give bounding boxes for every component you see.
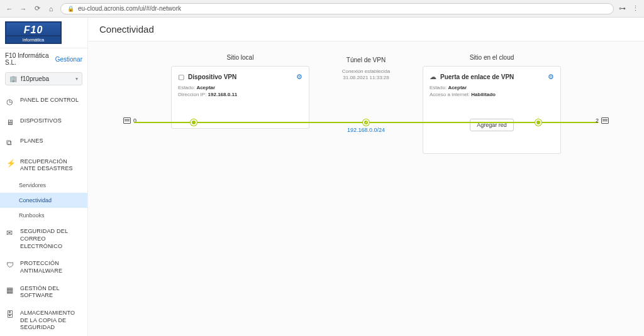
col-local: Sitio local ▢ Dispositivo VPN ⚙ Estado: … xyxy=(171,54,309,129)
vpn-device-ip: Dirección IP: 192.168.0.11 xyxy=(178,92,303,97)
manage-link[interactable]: Gestionar xyxy=(55,56,82,63)
col-local-title: Sitio local xyxy=(227,54,254,61)
nav-sub-conectividad[interactable]: Conectividad xyxy=(0,193,87,208)
nav-panel-control[interactable]: ◷ PANEL DE CONTROL xyxy=(0,92,87,112)
server-icon xyxy=(601,117,609,124)
browser-chrome: ← → ⟳ ⌂ 🔒 eu-cloud.acronis.com/ui/#/dr-n… xyxy=(0,0,644,18)
chevron-down-icon: ▾ xyxy=(75,76,78,82)
nav-sub-servidores[interactable]: Servidores xyxy=(0,178,87,193)
col-cloud-title: Sitio en el cloud xyxy=(470,54,514,61)
local-server-count[interactable]: 0 xyxy=(123,117,136,124)
page-header: Conectividad xyxy=(88,18,644,41)
gauge-icon: ◷ xyxy=(6,97,15,107)
shield-icon: 🛡 xyxy=(6,261,15,271)
tenant-selector[interactable]: 🏢 f10prueba ▾ xyxy=(5,72,82,85)
vpn-gateway-title: Puerta de enlace de VPN xyxy=(440,73,544,80)
nav-sub-runbooks[interactable]: Runbooks xyxy=(0,208,87,223)
add-network-wrap: Agregar red xyxy=(430,119,554,131)
device-icon: ▢ xyxy=(178,73,184,81)
sidebar: F10 informática F10 Informática S.L. Ges… xyxy=(0,18,88,336)
cloud-server-count[interactable]: 2 xyxy=(596,117,609,124)
lock-icon: 🔒 xyxy=(67,6,74,12)
browser-home[interactable]: ⌂ xyxy=(47,4,55,13)
vpn-gateway-inet: Acceso a internet: Habilitado xyxy=(430,92,554,97)
building-icon: 🏢 xyxy=(9,75,17,82)
vpn-device-settings[interactable]: ⚙ xyxy=(296,73,303,81)
org-name: F10 Informática S.L. xyxy=(5,52,55,66)
logo-text-bottom: informática xyxy=(5,36,62,44)
key-icon[interactable]: ⊶ xyxy=(619,4,626,13)
col-tunnel: Túnel de VPN Conexión establecida 31.08.… xyxy=(309,54,423,87)
add-network-button[interactable]: Agregar red xyxy=(470,119,514,131)
copy-icon: ⧉ xyxy=(6,138,15,148)
main: Conectividad Sitio local ▢ Dispositivo V… xyxy=(88,18,644,336)
main-nav: ◷ PANEL DE CONTROL 🖥 DISPOSITIVOS ⧉ PLAN… xyxy=(0,92,87,336)
network-view: Sitio local ▢ Dispositivo VPN ⚙ Estado: … xyxy=(99,54,633,154)
org-row: F10 Informática S.L. Gestionar xyxy=(0,48,87,70)
cloud-icon: ☁ xyxy=(430,73,436,81)
server-icon xyxy=(123,117,131,124)
browser-forward[interactable]: → xyxy=(19,4,28,13)
page-title: Conectividad xyxy=(99,24,633,35)
monitor-icon: 🖥 xyxy=(6,118,15,128)
content: Sitio local ▢ Dispositivo VPN ⚙ Estado: … xyxy=(88,41,644,336)
vpn-gateway-card[interactable]: ☁ Puerta de enlace de VPN ⚙ Estado: Acep… xyxy=(423,66,561,154)
vpn-device-state: Estado: Aceptar xyxy=(178,85,303,90)
nav-planes[interactable]: ⧉ PLANES xyxy=(0,133,87,153)
vpn-device-card[interactable]: ▢ Dispositivo VPN ⚙ Estado: Aceptar Dire… xyxy=(171,66,309,129)
storage-icon: 🗄 xyxy=(6,310,15,320)
nav-dispositivos[interactable]: 🖥 DISPOSITIVOS xyxy=(0,112,87,133)
col-tunnel-title: Túnel de VPN xyxy=(347,57,386,63)
package-icon: ▦ xyxy=(6,286,15,296)
col-cloud: Sitio en el cloud ☁ Puerta de enlace de … xyxy=(423,54,561,154)
nav-recuperacion-sub: Servidores Conectividad Runbooks xyxy=(0,178,87,223)
disaster-icon: ⚡ xyxy=(6,159,15,169)
browser-back[interactable]: ← xyxy=(5,4,14,13)
brand-logo: F10 informática xyxy=(0,18,87,48)
nav-proteccion[interactable]: 🛡 PROTECCIÓN ANTIMALWARE xyxy=(0,255,87,279)
nav-gestion-software[interactable]: ▦ GESTIÓN DEL SOFTWARE xyxy=(0,280,87,305)
nav-recuperacion[interactable]: ⚡ RECUPERACIÓN ANTE DESASTRES xyxy=(0,153,87,178)
vpn-gateway-state: Estado: Aceptar xyxy=(430,85,554,90)
col-tunnel-sub: Conexión establecida 31.08.2021 11:33:28 xyxy=(342,68,391,82)
browser-url-bar[interactable]: 🔒 eu-cloud.acronis.com/ui/#/dr-network xyxy=(60,3,614,14)
browser-menu-icon[interactable]: ⋮ xyxy=(632,4,639,13)
logo-text-top: F10 xyxy=(5,21,62,36)
conn-node-mid xyxy=(363,119,369,126)
nav-seguridad-correo[interactable]: ✉ SEGURIDAD DEL CORREO ELECTRÓNICO xyxy=(0,223,87,255)
mail-icon: ✉ xyxy=(6,229,15,239)
vpn-device-title: Dispositivo VPN xyxy=(188,73,292,80)
browser-url: eu-cloud.acronis.com/ui/#/dr-network xyxy=(78,5,181,12)
browser-reload[interactable]: ⟳ xyxy=(33,4,42,13)
browser-right-icons: ⊶ ⋮ xyxy=(619,4,639,13)
subnet-label[interactable]: 192.168.0.0/24 xyxy=(347,127,385,133)
tenant-name: f10prueba xyxy=(21,75,72,82)
vpn-gateway-settings[interactable]: ⚙ xyxy=(548,73,554,81)
nav-almacenamiento[interactable]: 🗄 ALMACENAMIENTO DE LA COPIA DE SEGURIDA… xyxy=(0,305,87,336)
